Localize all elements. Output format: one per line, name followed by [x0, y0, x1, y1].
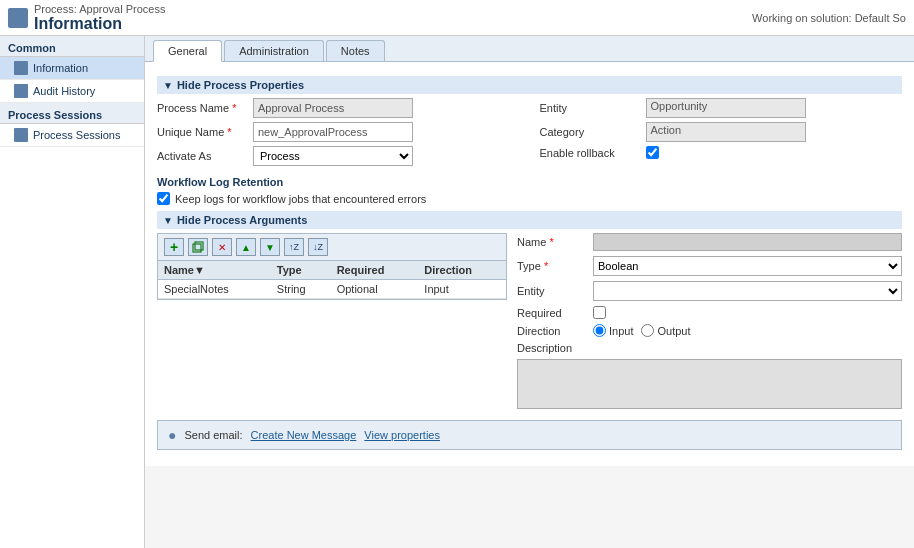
activate-as-select[interactable]: Process [253, 146, 413, 166]
sidebar-item-audit-history[interactable]: Audit History [0, 80, 144, 103]
sidebar-item-information-label: Information [33, 62, 88, 74]
args-toolbar: + ✕ ▲ ▼ ↑Z ↓Z [157, 233, 507, 260]
content-area: General Administration Notes ▼ Hide Proc… [145, 36, 914, 548]
svg-rect-1 [195, 242, 203, 250]
sidebar-section-process-sessions: Process Sessions [0, 103, 144, 124]
process-icon [8, 8, 28, 28]
step-link[interactable]: Create New Message [251, 429, 357, 441]
entity-label: Entity [540, 102, 640, 114]
cell-name: SpecialNotes [158, 280, 271, 299]
args-section-label: Hide Process Arguments [177, 214, 307, 226]
col-direction: Direction [418, 261, 506, 280]
hide-process-properties-section[interactable]: ▼ Hide Process Properties [157, 76, 902, 94]
add-arg-button[interactable]: + [164, 238, 184, 256]
step-row: ● Send email: Create New Message View pr… [168, 427, 891, 443]
arg-required-label: Required [517, 307, 587, 319]
information-icon [14, 61, 28, 75]
sidebar-item-process-sessions[interactable]: Process Sessions [0, 124, 144, 147]
activate-as-label: Activate As [157, 150, 247, 162]
move-up-button[interactable]: ▲ [236, 238, 256, 256]
arg-name-label: Name * [517, 236, 587, 248]
cell-type: String [271, 280, 331, 299]
sidebar-item-audit-label: Audit History [33, 85, 95, 97]
entity-value: Opportunity [646, 98, 806, 118]
step-text: Send email: [184, 429, 242, 441]
workflow-log-checkbox[interactable] [157, 192, 170, 205]
category-value: Action [646, 122, 806, 142]
copy-arg-button[interactable] [188, 238, 208, 256]
args-table: Name▼ Type Required Direction SpecialNot… [158, 261, 506, 299]
view-properties-link[interactable]: View properties [364, 429, 440, 441]
tab-general[interactable]: General [153, 40, 222, 62]
delete-arg-button[interactable]: ✕ [212, 238, 232, 256]
arg-required-checkbox[interactable] [593, 306, 606, 319]
process-name-input[interactable] [253, 98, 413, 118]
args-table-container: Name▼ Type Required Direction SpecialNot… [157, 260, 507, 300]
step-bullet-icon: ● [168, 427, 176, 443]
working-on-label: Working on solution: Default So [752, 12, 906, 24]
col-name: Name▼ [158, 261, 271, 280]
sidebar-item-process-sessions-label: Process Sessions [33, 129, 120, 141]
sort-desc-button[interactable]: ↓Z [308, 238, 328, 256]
arg-name-input[interactable] [593, 233, 902, 251]
cell-required: Optional [331, 280, 419, 299]
arg-direction-radio: Input Output [593, 324, 691, 337]
arg-description-label: Description [517, 342, 587, 354]
tab-notes[interactable]: Notes [326, 40, 385, 61]
enable-rollback-checkbox[interactable] [646, 146, 659, 159]
cell-direction: Input [418, 280, 506, 299]
page-heading: Information [34, 15, 165, 33]
col-type: Type [271, 261, 331, 280]
radio-input[interactable] [593, 324, 606, 337]
arg-type-label: Type * [517, 260, 587, 272]
sidebar-item-information[interactable]: Information [0, 57, 144, 80]
sort-asc-button[interactable]: ↑Z [284, 238, 304, 256]
args-section-toggle-icon: ▼ [163, 215, 173, 226]
tab-administration[interactable]: Administration [224, 40, 324, 61]
tab-bar: General Administration Notes [145, 36, 914, 62]
arg-direction-label: Direction [517, 325, 587, 337]
radio-output[interactable] [641, 324, 654, 337]
audit-icon [14, 84, 28, 98]
arg-entity-label: Entity [517, 285, 587, 297]
breadcrumb: Process: Approval Process [34, 3, 165, 15]
section-toggle-icon: ▼ [163, 80, 173, 91]
hide-process-arguments-section[interactable]: ▼ Hide Process Arguments [157, 211, 902, 229]
workflow-log-label: Keep logs for workflow jobs that encount… [175, 193, 426, 205]
section-label: Hide Process Properties [177, 79, 304, 91]
svg-rect-0 [193, 244, 201, 252]
workflow-log-header: Workflow Log Retention [157, 176, 902, 188]
unique-name-label: Unique Name * [157, 126, 247, 138]
arg-entity-select[interactable] [593, 281, 902, 301]
col-required: Required [331, 261, 419, 280]
step-section: ● Send email: Create New Message View pr… [157, 420, 902, 450]
sidebar-section-common: Common [0, 36, 144, 57]
args-right-panel: Name * Type * Boolean String Integer [517, 233, 902, 412]
sidebar: Common Information Audit History Process… [0, 36, 145, 548]
process-sessions-icon [14, 128, 28, 142]
enable-rollback-label: Enable rollback [540, 147, 640, 159]
arg-type-select[interactable]: Boolean String Integer [593, 256, 902, 276]
unique-name-input[interactable] [253, 122, 413, 142]
arg-description-textarea[interactable] [517, 359, 902, 409]
process-name-label: Process Name * [157, 102, 247, 114]
table-row[interactable]: SpecialNotes String Optional Input [158, 280, 506, 299]
category-label: Category [540, 126, 640, 138]
move-down-button[interactable]: ▼ [260, 238, 280, 256]
